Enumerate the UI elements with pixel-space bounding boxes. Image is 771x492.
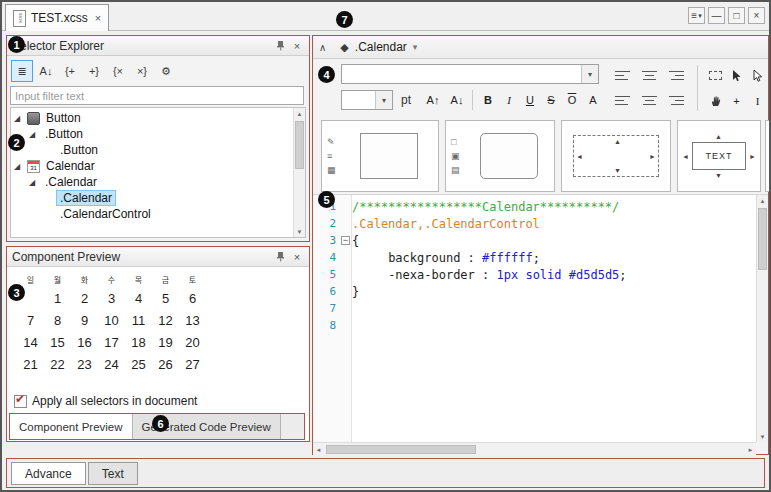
valign-middle-icon[interactable] bbox=[636, 88, 663, 113]
tab-close-icon[interactable]: × bbox=[95, 12, 101, 24]
tab-advance[interactable]: Advance bbox=[11, 462, 86, 485]
align-left-icon[interactable] bbox=[609, 63, 636, 88]
valign-bottom-icon[interactable] bbox=[663, 88, 690, 113]
italic-button[interactable]: I bbox=[499, 90, 519, 110]
selector-dropdown-icon[interactable]: ▾ bbox=[413, 42, 418, 52]
calendar-date-cell[interactable]: 11 bbox=[125, 309, 152, 331]
calendar-date-cell[interactable]: 27 bbox=[179, 353, 206, 375]
pin-icon[interactable] bbox=[273, 251, 287, 262]
calendar-date-cell[interactable]: 25 bbox=[125, 353, 152, 375]
checkbox-box[interactable]: ✔ bbox=[14, 395, 27, 408]
calendar-date-cell[interactable]: 7 bbox=[17, 309, 44, 331]
code-editor[interactable]: 1/*****************Calendar**********/2.… bbox=[313, 194, 768, 442]
code-vertical-scrollbar[interactable]: ▲ ▼ bbox=[756, 195, 768, 442]
overline-button[interactable]: O bbox=[562, 90, 582, 110]
minimize-icon[interactable]: — bbox=[708, 7, 725, 24]
tree-expand-icon[interactable]: ◢ bbox=[29, 178, 42, 187]
close-icon[interactable]: × bbox=[748, 7, 765, 24]
calendar-date-cell[interactable]: 26 bbox=[152, 353, 179, 375]
zoom-plus-icon[interactable]: + bbox=[726, 88, 747, 113]
calendar-date-cell[interactable]: 6 bbox=[179, 287, 206, 309]
font-increase-button[interactable]: A↑ bbox=[423, 90, 443, 110]
scroll-up-icon[interactable]: ▲ bbox=[757, 195, 768, 206]
pointer-icon[interactable] bbox=[726, 63, 747, 88]
calendar-date-cell[interactable]: 23 bbox=[71, 353, 98, 375]
calendar-date-cell[interactable]: 13 bbox=[179, 309, 206, 331]
pin-icon[interactable] bbox=[273, 40, 287, 51]
bold-button[interactable]: B bbox=[478, 90, 498, 110]
tree-expand-icon[interactable]: ◢ bbox=[29, 130, 42, 139]
calendar-date-cell[interactable]: 24 bbox=[98, 353, 125, 375]
scroll-up-icon[interactable]: ▲ bbox=[294, 108, 305, 119]
settings-gear-icon[interactable]: ⚙ bbox=[155, 60, 177, 82]
fold-collapse-icon[interactable]: − bbox=[341, 236, 350, 245]
document-tab[interactable]: xcss TEST.xcss × bbox=[5, 4, 109, 31]
preset-corner-editor[interactable]: □▣▤ bbox=[445, 120, 555, 192]
add-selector-icon[interactable]: {+ bbox=[59, 60, 81, 82]
tree-expand-icon[interactable]: ◢ bbox=[14, 162, 27, 171]
calendar-date-cell[interactable]: 10 bbox=[98, 309, 125, 331]
panel-close-icon[interactable]: × bbox=[290, 251, 304, 263]
tree-item[interactable]: ◢Button bbox=[11, 110, 293, 126]
align-center-icon[interactable] bbox=[636, 63, 663, 88]
font-color-button[interactable]: A bbox=[583, 90, 603, 110]
scroll-right-icon[interactable]: ► bbox=[745, 444, 756, 455]
chevron-down-icon[interactable]: ▾ bbox=[375, 91, 392, 109]
scroll-down-icon[interactable]: ▼ bbox=[757, 431, 768, 442]
delete-selector-icon[interactable]: {× bbox=[107, 60, 129, 82]
tab-text[interactable]: Text bbox=[88, 462, 138, 485]
insert-selector-icon[interactable]: +} bbox=[83, 60, 105, 82]
tree-item[interactable]: ◢31Calendar bbox=[11, 158, 293, 174]
preset-border-editor[interactable]: ✎≡▦ bbox=[321, 120, 439, 192]
font-style-select[interactable]: ▾ bbox=[341, 90, 393, 110]
calendar-date-cell[interactable]: 9 bbox=[71, 309, 98, 331]
calendar-date-cell[interactable]: 20 bbox=[179, 331, 206, 353]
window-list-icon[interactable]: ≡▾ bbox=[688, 7, 705, 24]
calendar-date-cell[interactable]: 3 bbox=[98, 287, 125, 309]
preset-text-editor[interactable]: ◄ TEXT ▲ ▼ ► bbox=[677, 120, 761, 192]
hatch-fill-icon[interactable]: ▦ bbox=[327, 165, 336, 175]
calendar-date-cell[interactable]: 1 bbox=[44, 287, 71, 309]
filter-input[interactable] bbox=[10, 86, 304, 105]
strikethrough-button[interactable]: S bbox=[541, 90, 561, 110]
tree-item[interactable]: .Calendar bbox=[11, 190, 293, 206]
scrollbar-thumb[interactable] bbox=[758, 208, 767, 270]
tree-item[interactable]: ◢.Button bbox=[11, 126, 293, 142]
scrollbar-thumb[interactable] bbox=[326, 445, 476, 454]
remove-all-selector-icon[interactable]: ×} bbox=[131, 60, 153, 82]
collapse-toolbar-icon[interactable]: ∧ bbox=[319, 42, 326, 53]
calendar-date-cell[interactable]: 12 bbox=[152, 309, 179, 331]
calendar-date-cell[interactable]: 18 bbox=[125, 331, 152, 353]
calendar-date-cell[interactable]: 2 bbox=[71, 287, 98, 309]
apply-selectors-checkbox[interactable]: ✔ Apply all selectors in document bbox=[14, 394, 197, 408]
tab-component-preview[interactable]: Component Preview bbox=[10, 414, 133, 439]
scrollbar-thumb[interactable] bbox=[295, 121, 304, 169]
preset-size-editor[interactable]: ◄ ► ▲ ▼ bbox=[561, 120, 671, 192]
underline-button[interactable]: U bbox=[520, 90, 540, 110]
square-filled-icon[interactable]: ▣ bbox=[451, 151, 460, 161]
font-decrease-button[interactable]: A↓ bbox=[447, 90, 467, 110]
calendar-date-cell[interactable]: 16 bbox=[71, 331, 98, 353]
square-top-icon[interactable]: ▤ bbox=[451, 165, 460, 175]
scroll-down-icon[interactable]: ▼ bbox=[294, 226, 305, 237]
calendar-date-cell[interactable]: 15 bbox=[44, 331, 71, 353]
chevron-down-icon[interactable]: ▾ bbox=[581, 65, 598, 83]
valign-top-icon[interactable] bbox=[609, 88, 636, 113]
tree-item[interactable]: ◢.Calendar bbox=[11, 174, 293, 190]
hand-pan-icon[interactable] bbox=[705, 88, 726, 113]
font-family-select[interactable]: ▾ bbox=[341, 64, 599, 84]
restore-icon[interactable]: □ bbox=[728, 7, 745, 24]
calendar-date-cell[interactable]: 19 bbox=[152, 331, 179, 353]
calendar-date-cell[interactable]: 5 bbox=[152, 287, 179, 309]
preset-partial[interactable] bbox=[765, 120, 769, 192]
panel-close-icon[interactable]: × bbox=[290, 40, 304, 52]
calendar-date-cell[interactable]: 22 bbox=[44, 353, 71, 375]
code-horizontal-scrollbar[interactable]: ◄ ► bbox=[313, 442, 756, 455]
tree-item[interactable]: .Button bbox=[11, 142, 293, 158]
tree-expand-icon[interactable]: ◢ bbox=[14, 114, 27, 123]
pointer-alt-icon[interactable] bbox=[747, 63, 768, 88]
calendar-date-cell[interactable]: 14 bbox=[17, 331, 44, 353]
calendar-date-cell[interactable]: 21 bbox=[17, 353, 44, 375]
sort-az-icon[interactable]: A↓ bbox=[35, 60, 57, 82]
tree-item[interactable]: .CalendarControl bbox=[11, 206, 293, 222]
